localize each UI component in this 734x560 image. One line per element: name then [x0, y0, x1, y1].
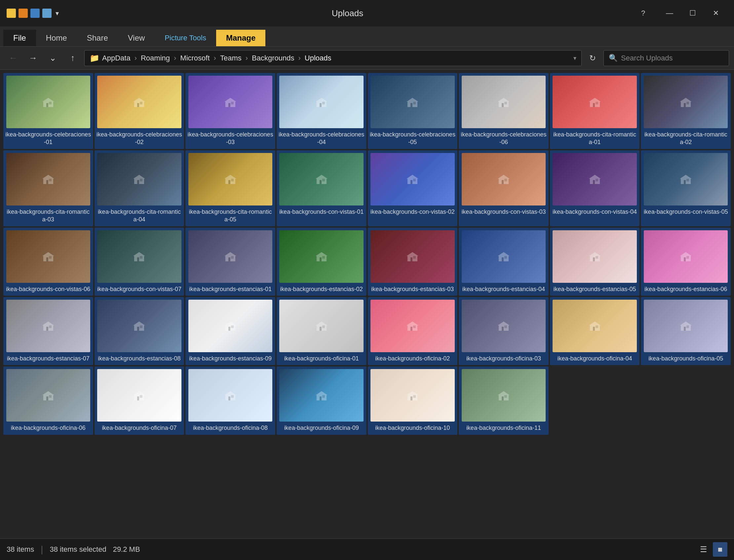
svg-rect-94: [684, 257, 686, 261]
breadcrumb-appdata[interactable]: AppData: [102, 54, 131, 62]
list-item[interactable]: ikea-backgrounds-con-vistas-01: [277, 150, 367, 226]
title-bar: ▾ Uploads ? — ☐ ✕: [0, 0, 734, 26]
list-item[interactable]: ikea-backgrounds-cita-romantica-05: [185, 150, 275, 226]
list-item[interactable]: ikea-backgrounds-con-vistas-07: [95, 228, 184, 296]
list-item[interactable]: ikea-backgrounds-estancias-07: [3, 297, 93, 365]
svg-rect-126: [684, 327, 686, 331]
breadcrumb-roaming[interactable]: Roaming: [141, 54, 170, 62]
list-item[interactable]: ikea-backgrounds-estancias-03: [368, 228, 458, 296]
tab-manage[interactable]: Manage: [216, 30, 265, 46]
svg-rect-35: [49, 179, 52, 181]
file-name: ikea-backgrounds-celebraciones-06: [461, 131, 547, 146]
help-button[interactable]: ?: [635, 7, 651, 19]
list-item[interactable]: ikea-backgrounds-cita-romantica-04: [95, 150, 184, 226]
file-name: ikea-backgrounds-oficina-02: [375, 355, 450, 362]
list-item[interactable]: ikea-backgrounds-oficina-07: [95, 366, 184, 434]
file-thumbnail: [553, 230, 637, 283]
minimize-button[interactable]: —: [658, 5, 681, 21]
file-thumbnail: [644, 300, 728, 352]
list-item[interactable]: ikea-backgrounds-cita-romantica-03: [3, 150, 93, 226]
tab-picture-tools[interactable]: Picture Tools: [155, 30, 216, 46]
breadcrumb-backgrounds[interactable]: Backgrounds: [252, 54, 294, 62]
list-item[interactable]: ikea-backgrounds-oficina-09: [277, 366, 367, 434]
svg-rect-150: [502, 396, 504, 400]
breadcrumb-teams[interactable]: Teams: [220, 54, 242, 62]
forward-button[interactable]: →: [25, 51, 41, 66]
grid-view-button[interactable]: ■: [713, 542, 727, 557]
list-item[interactable]: ikea-backgrounds-cita-romantica-01: [550, 73, 640, 149]
list-item[interactable]: ikea-backgrounds-estancias-06: [641, 228, 731, 296]
file-name: ikea-backgrounds-oficina-04: [558, 355, 632, 362]
address-dropdown-button[interactable]: ▾: [573, 55, 576, 62]
list-item[interactable]: ikea-backgrounds-oficina-11: [459, 366, 549, 434]
ribbon-tabs: File Home Share View Picture Tools Manag…: [0, 26, 734, 46]
file-name: ikea-backgrounds-oficina-08: [193, 424, 268, 432]
tab-home[interactable]: Home: [36, 30, 77, 46]
svg-rect-79: [322, 256, 325, 259]
breadcrumb-microsoft[interactable]: Microsoft: [180, 54, 210, 62]
list-item[interactable]: ikea-backgrounds-celebraciones-02: [95, 73, 184, 149]
search-box[interactable]: 🔍 Search Uploads: [603, 50, 729, 66]
list-item[interactable]: ikea-backgrounds-oficina-10: [368, 366, 458, 434]
svg-marker-29: [680, 98, 692, 102]
list-item[interactable]: ikea-backgrounds-cita-romantica-02: [641, 73, 731, 149]
title-bar-icons: ▾: [7, 9, 60, 18]
svg-rect-26: [593, 103, 595, 107]
maximize-button[interactable]: ☐: [681, 5, 704, 21]
list-item[interactable]: ikea-backgrounds-con-vistas-05: [641, 150, 731, 226]
list-item[interactable]: ikea-backgrounds-celebraciones-04: [277, 73, 367, 149]
file-thumbnail: [97, 76, 181, 128]
list-item[interactable]: ikea-backgrounds-celebraciones-06: [459, 73, 549, 149]
refresh-button[interactable]: ↻: [585, 51, 600, 66]
tab-view[interactable]: View: [118, 30, 155, 46]
list-item[interactable]: ikea-backgrounds-estancias-05: [550, 228, 640, 296]
list-item[interactable]: ikea-backgrounds-celebraciones-01: [3, 73, 93, 149]
close-button[interactable]: ✕: [704, 5, 727, 21]
list-item[interactable]: ikea-backgrounds-estancias-08: [95, 297, 184, 365]
list-item[interactable]: ikea-backgrounds-oficina-02: [368, 297, 458, 365]
file-thumbnail: [279, 369, 363, 422]
list-item[interactable]: ikea-backgrounds-oficina-06: [3, 366, 93, 434]
doc-icon: [30, 9, 40, 18]
svg-rect-127: [686, 325, 689, 328]
file-thumbnail: [97, 300, 181, 352]
list-item[interactable]: ikea-backgrounds-oficina-01: [277, 297, 367, 365]
list-item[interactable]: ikea-backgrounds-con-vistas-04: [550, 150, 640, 226]
list-item[interactable]: ikea-backgrounds-estancias-02: [277, 228, 367, 296]
svg-rect-39: [140, 179, 142, 181]
back-button[interactable]: ←: [5, 51, 21, 66]
file-thumbnail: [644, 153, 728, 205]
list-item[interactable]: ikea-backgrounds-oficina-08: [185, 366, 275, 434]
window-title: Uploads: [63, 8, 632, 19]
list-item[interactable]: ikea-backgrounds-estancias-09: [185, 297, 275, 365]
svg-rect-90: [593, 257, 595, 261]
list-item[interactable]: ikea-backgrounds-con-vistas-03: [459, 150, 549, 226]
dropdown-button[interactable]: ⌄: [45, 51, 61, 66]
list-item[interactable]: ikea-backgrounds-celebraciones-05: [368, 73, 458, 149]
svg-rect-54: [502, 180, 504, 184]
selected-text: 38 items selected: [50, 545, 106, 554]
list-item[interactable]: ikea-backgrounds-con-vistas-06: [3, 228, 93, 296]
svg-rect-47: [322, 179, 325, 181]
svg-marker-65: [42, 252, 54, 256]
list-item[interactable]: ikea-backgrounds-estancias-01: [185, 228, 275, 296]
svg-rect-50: [410, 180, 412, 184]
svg-marker-25: [589, 98, 601, 102]
tab-share[interactable]: Share: [77, 30, 118, 46]
file-name: ikea-backgrounds-estancias-08: [98, 355, 180, 362]
list-item[interactable]: ikea-backgrounds-celebraciones-03: [185, 73, 275, 149]
list-item[interactable]: ikea-backgrounds-estancias-04: [459, 228, 549, 296]
list-item[interactable]: ikea-backgrounds-con-vistas-02: [368, 150, 458, 226]
file-name: ikea-backgrounds-oficina-10: [375, 424, 450, 432]
list-item[interactable]: ikea-backgrounds-oficina-03: [459, 297, 549, 365]
list-item[interactable]: ikea-backgrounds-oficina-04: [550, 297, 640, 365]
ribbon: File Home Share View Picture Tools Manag…: [0, 26, 734, 47]
list-view-button[interactable]: ☰: [696, 542, 711, 557]
tab-file[interactable]: File: [3, 30, 36, 46]
svg-rect-14: [320, 103, 322, 107]
chevron-down-icon[interactable]: ▾: [56, 9, 59, 17]
list-item[interactable]: ikea-backgrounds-oficina-05: [641, 297, 731, 365]
breadcrumb-uploads[interactable]: Uploads: [305, 54, 331, 62]
address-bar[interactable]: 📁 AppData › Roaming › Microsoft › Teams …: [84, 50, 582, 66]
up-button[interactable]: ↑: [64, 51, 81, 66]
